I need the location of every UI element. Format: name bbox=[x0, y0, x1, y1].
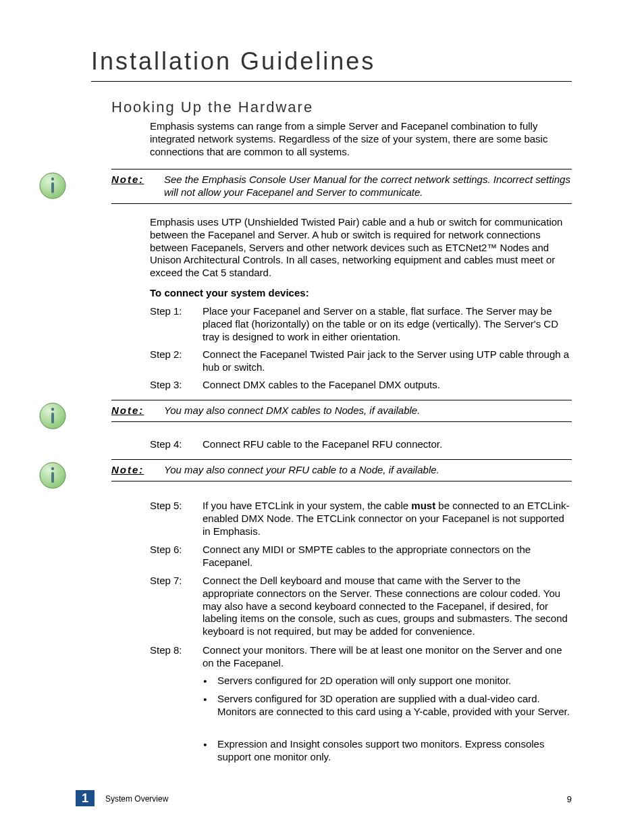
bullet-1: • Servers configured for 2D operation wi… bbox=[203, 675, 572, 688]
step-label: Step 5: bbox=[150, 500, 189, 513]
footer-chapter-number: 1 bbox=[76, 790, 95, 806]
horizontal-rule bbox=[111, 400, 572, 400]
step-3: Step 3: Connect DMX cables to the Facepa… bbox=[150, 379, 572, 392]
note-text: See the Emphasis Console User Manual for… bbox=[164, 174, 572, 199]
connect-heading: To connect your system devices: bbox=[150, 287, 572, 300]
note-block-3: Note: You may also connect your RFU cabl… bbox=[111, 459, 572, 481]
note-text: You may also connect your RFU cable to a… bbox=[164, 464, 572, 477]
note-block-2: Note: You may also connect DMX cables to… bbox=[111, 400, 572, 422]
bullet-icon: • bbox=[203, 738, 208, 752]
horizontal-rule bbox=[91, 81, 572, 82]
step-6: Step 6: Connect any MIDI or SMPTE cables… bbox=[150, 544, 572, 569]
intro-paragraph-1: Emphasis systems can range from a simple… bbox=[150, 120, 572, 158]
chapter-title: Installation Guidelines bbox=[91, 47, 375, 76]
step-5: Step 5: If you have ETCLink in your syst… bbox=[150, 500, 572, 538]
step-label: Step 2: bbox=[150, 348, 189, 361]
step-2: Step 2: Connect the Facepanel Twisted Pa… bbox=[150, 348, 572, 374]
step-text: If you have ETCLink in your system, the … bbox=[203, 500, 572, 538]
horizontal-rule bbox=[111, 459, 572, 460]
note-label: Note: bbox=[111, 174, 151, 185]
step-7: Step 7: Connect the Dell keyboard and mo… bbox=[150, 575, 572, 638]
horizontal-rule bbox=[111, 169, 572, 170]
footer-page-number: 9 bbox=[567, 794, 572, 804]
note-label: Note: bbox=[111, 405, 151, 416]
step-label: Step 7: bbox=[150, 575, 189, 588]
bullet-icon: • bbox=[203, 693, 208, 706]
bullet-text: Expression and Insight consoles support … bbox=[217, 738, 572, 764]
info-icon bbox=[38, 461, 67, 490]
horizontal-rule bbox=[111, 421, 572, 422]
step-label: Step 6: bbox=[150, 544, 189, 556]
step-label: Step 8: bbox=[150, 644, 189, 657]
svg-point-1 bbox=[51, 178, 54, 180]
step-text: Place your Facepanel and Server on a sta… bbox=[203, 305, 572, 343]
step-text: Connect the Facepanel Twisted Pair jack … bbox=[203, 348, 572, 374]
step-text: Connect your monitors. There will be at … bbox=[203, 644, 572, 670]
svg-rect-5 bbox=[51, 413, 54, 423]
step-text: Connect any MIDI or SMPTE cables to the … bbox=[203, 544, 572, 569]
step-label: Step 3: bbox=[150, 379, 189, 392]
svg-rect-2 bbox=[51, 182, 54, 193]
bullet-text: Servers configured for 2D operation will… bbox=[217, 675, 511, 687]
horizontal-rule bbox=[111, 203, 572, 204]
bullet-icon: • bbox=[203, 675, 208, 688]
step-4: Step 4: Connect RFU cable to the Facepan… bbox=[150, 438, 572, 451]
bullet-text: Servers configured for 3D operation are … bbox=[217, 693, 572, 719]
info-icon bbox=[38, 402, 67, 430]
svg-rect-8 bbox=[51, 472, 54, 483]
svg-point-4 bbox=[51, 408, 54, 411]
step-text-bold: must bbox=[411, 500, 435, 511]
step-label: Step 4: bbox=[150, 438, 189, 451]
svg-point-7 bbox=[51, 467, 54, 470]
bullet-3: • Expression and Insight consoles suppor… bbox=[203, 738, 572, 764]
step-8: Step 8: Connect your monitors. There wil… bbox=[150, 644, 572, 670]
page: Installation Guidelines Hooking Up the H… bbox=[0, 0, 644, 834]
intro-paragraph-2: Emphasis uses UTP (Unshielded Twisted Pa… bbox=[150, 216, 572, 280]
note-text: You may also connect DMX cables to Nodes… bbox=[164, 405, 572, 417]
bullet-2: • Servers configured for 3D operation ar… bbox=[203, 693, 572, 719]
step-text: Connect RFU cable to the Facepanel RFU c… bbox=[203, 438, 572, 451]
footer-chapter-name: System Overview bbox=[105, 794, 168, 804]
step-1: Step 1: Place your Facepanel and Server … bbox=[150, 305, 572, 343]
step-label: Step 1: bbox=[150, 305, 189, 318]
step-text-pre: If you have ETCLink in your system, the … bbox=[203, 500, 411, 511]
info-icon bbox=[38, 172, 67, 200]
step-text: Connect the Dell keyboard and mouse that… bbox=[203, 575, 572, 638]
horizontal-rule bbox=[111, 481, 572, 481]
section-title: Hooking Up the Hardware bbox=[111, 99, 313, 116]
note-label: Note: bbox=[111, 464, 151, 475]
step-text: Connect DMX cables to the Facepanel DMX … bbox=[203, 379, 572, 392]
note-block-1: Note: See the Emphasis Console User Manu… bbox=[111, 169, 572, 204]
